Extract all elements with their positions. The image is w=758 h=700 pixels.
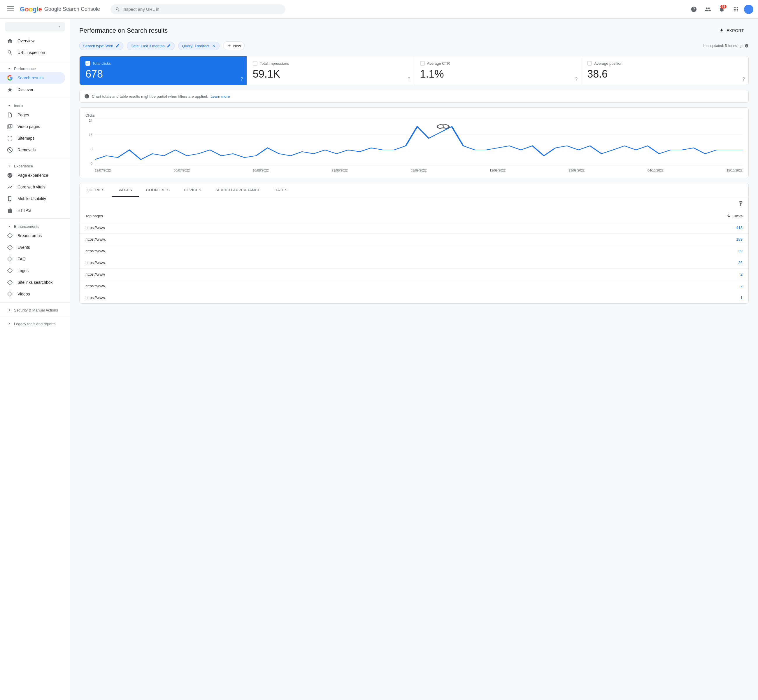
metric-info-ctr[interactable]: ? bbox=[575, 77, 577, 82]
date-filter[interactable]: Date: Last 3 months bbox=[127, 42, 175, 50]
sidebar-item-pages[interactable]: Pages bbox=[0, 109, 65, 121]
filter-icon[interactable] bbox=[738, 201, 744, 206]
metric-card-clicks[interactable]: Total clicks 678 ? bbox=[80, 56, 247, 85]
sidebar-item-discover[interactable]: Discover bbox=[0, 84, 65, 95]
sidebar-item-mobile-usability[interactable]: Mobile Usability bbox=[0, 193, 65, 205]
x-label-8: 15/10/2022 bbox=[727, 169, 742, 172]
metric-label-ctr: Average CTR bbox=[427, 61, 450, 66]
metric-card-position[interactable]: Average position 38.6 ? bbox=[581, 56, 749, 85]
metric-info-position[interactable]: ? bbox=[742, 77, 745, 82]
sidebar-item-page-experience[interactable]: Page experience bbox=[0, 169, 65, 181]
sidebar-item-events[interactable]: Events bbox=[0, 242, 65, 253]
sidebar-item-sitemaps[interactable]: Sitemaps bbox=[0, 133, 65, 144]
sidebar-section-header-index[interactable]: Index bbox=[0, 100, 70, 109]
page-title: Performance on Search results bbox=[79, 27, 168, 34]
sidebar-item-https[interactable]: HTTPS bbox=[0, 205, 65, 216]
diamond-icon bbox=[7, 233, 13, 239]
table-row[interactable]: https://www. 189 bbox=[80, 234, 749, 245]
table-row[interactable]: https://www 2 bbox=[80, 269, 749, 280]
sidebar-label-sitemaps: Sitemaps bbox=[17, 136, 34, 141]
sidebar-section-header-legacy[interactable]: Legacy tools and reports bbox=[0, 319, 70, 327]
sidebar-item-videos[interactable]: Videos bbox=[0, 288, 65, 300]
video-icon bbox=[7, 123, 13, 130]
last-updated-text: Last updated: 5 hours ago bbox=[703, 44, 744, 48]
notifications-icon[interactable]: 69 bbox=[716, 3, 728, 15]
metric-checkbox-ctr[interactable] bbox=[420, 61, 425, 66]
sidebar-item-search-results[interactable]: Search results bbox=[0, 72, 65, 84]
x-label-2: 10/08/2022 bbox=[253, 169, 269, 172]
edit-icon bbox=[115, 44, 120, 48]
tab-devices[interactable]: DEVICES bbox=[177, 183, 209, 197]
sidebar-divider-3 bbox=[0, 158, 70, 158]
metric-label-clicks: Total clicks bbox=[92, 61, 111, 66]
sidebar-item-removals[interactable]: Removals bbox=[0, 144, 65, 156]
sidebar-item-core-web-vitals[interactable]: Core web vitals bbox=[0, 181, 65, 193]
tab-queries[interactable]: QUERIES bbox=[80, 183, 112, 197]
table-row[interactable]: https://www. 1 bbox=[80, 292, 749, 303]
sidebar-section-label-performance: Performance bbox=[14, 67, 36, 71]
app-logo[interactable]: Google Google Search Console bbox=[20, 6, 100, 13]
export-button[interactable]: EXPORT bbox=[714, 26, 749, 36]
search-type-filter[interactable]: Search type: Web bbox=[79, 42, 123, 50]
tab-pages[interactable]: PAGES bbox=[112, 183, 139, 197]
sidebar-item-video-pages[interactable]: Video pages bbox=[0, 121, 65, 133]
download-icon bbox=[719, 28, 724, 33]
sidebar-item-sitelinks-searchbox[interactable]: Sitelinks searchbox bbox=[0, 277, 65, 288]
sidebar-section-header-performance[interactable]: Performance bbox=[0, 63, 70, 72]
sidebar-label-https: HTTPS bbox=[17, 208, 31, 212]
sidebar-section-header-experience[interactable]: Experience bbox=[0, 161, 70, 169]
main-content: Performance on Search results EXPORT Sea… bbox=[70, 19, 758, 700]
svg-line-4 bbox=[8, 148, 12, 152]
table-row[interactable]: https://www 418 bbox=[80, 222, 749, 234]
new-filter-button[interactable]: New bbox=[223, 41, 245, 50]
metric-checkbox-position[interactable] bbox=[587, 61, 592, 66]
removals-icon bbox=[7, 147, 13, 153]
property-selector[interactable] bbox=[5, 22, 65, 31]
chevron-right-icon-2 bbox=[7, 322, 12, 326]
accounts-icon[interactable] bbox=[702, 3, 714, 15]
info-bar-learn-more[interactable]: Learn more bbox=[211, 94, 230, 98]
grid-icon[interactable] bbox=[730, 3, 742, 15]
query-filter[interactable]: Query: +redirect bbox=[178, 42, 220, 50]
tab-countries[interactable]: COUNTRIES bbox=[139, 183, 177, 197]
tab-search-appearance[interactable]: SEARCH APPEARANCE bbox=[209, 183, 267, 197]
metric-value-position: 38.6 bbox=[587, 68, 742, 80]
metric-card-ctr[interactable]: Average CTR 1.1% ? bbox=[414, 56, 582, 85]
sidebar-item-faq[interactable]: FAQ bbox=[0, 253, 65, 265]
table-row[interactable]: https://www. 26 bbox=[80, 257, 749, 269]
chart-y-tick-24: 24 bbox=[86, 119, 92, 122]
sidebar-label-core-web-vitals: Core web vitals bbox=[17, 184, 45, 189]
sidebar-section-header-security[interactable]: Security & Manual Actions bbox=[0, 305, 70, 314]
sidebar-label-search-results: Search results bbox=[17, 75, 44, 80]
metric-card-impressions[interactable]: Total impressions 59.1K ? bbox=[247, 56, 414, 85]
menu-icon[interactable] bbox=[5, 3, 16, 16]
metric-info-impressions[interactable]: ? bbox=[408, 77, 410, 82]
table-row[interactable]: https://www. 2 bbox=[80, 280, 749, 292]
metric-info-clicks[interactable]: ? bbox=[240, 77, 243, 82]
sidebar-item-breadcrumbs[interactable]: Breadcrumbs bbox=[0, 230, 65, 242]
home-icon bbox=[7, 38, 13, 44]
table-header-clicks[interactable]: Clicks bbox=[727, 214, 742, 218]
sidebar-item-overview[interactable]: Overview bbox=[0, 35, 65, 47]
sidebar-label-logos: Logos bbox=[17, 268, 28, 273]
sidebar-label-events: Events bbox=[17, 245, 30, 250]
sidebar-item-logos[interactable]: Logos bbox=[0, 265, 65, 277]
help-icon[interactable] bbox=[688, 3, 700, 15]
pages-icon bbox=[7, 112, 13, 118]
chart-y-tick-8: 8 bbox=[86, 147, 92, 151]
metric-checkbox-clicks[interactable] bbox=[86, 61, 90, 66]
avatar[interactable] bbox=[744, 5, 753, 14]
search-icon bbox=[115, 7, 120, 12]
sidebar-label-url-inspection: URL inspection bbox=[17, 50, 45, 55]
search-input[interactable] bbox=[122, 7, 281, 12]
asterisk-icon bbox=[7, 87, 13, 92]
table-row[interactable]: https://www. 39 bbox=[80, 245, 749, 257]
chart-y-tick-16: 16 bbox=[86, 133, 92, 136]
sidebar-label-page-experience: Page experience bbox=[17, 173, 48, 178]
chevron-down-icon bbox=[57, 25, 62, 29]
sidebar-section-header-enhancements[interactable]: Enhancements bbox=[0, 221, 70, 230]
metric-checkbox-impressions[interactable] bbox=[253, 61, 257, 66]
sidebar-item-url-inspection[interactable]: URL inspection bbox=[0, 47, 65, 58]
sidebar-label-pages: Pages bbox=[17, 112, 29, 117]
tab-dates[interactable]: DATES bbox=[267, 183, 295, 197]
